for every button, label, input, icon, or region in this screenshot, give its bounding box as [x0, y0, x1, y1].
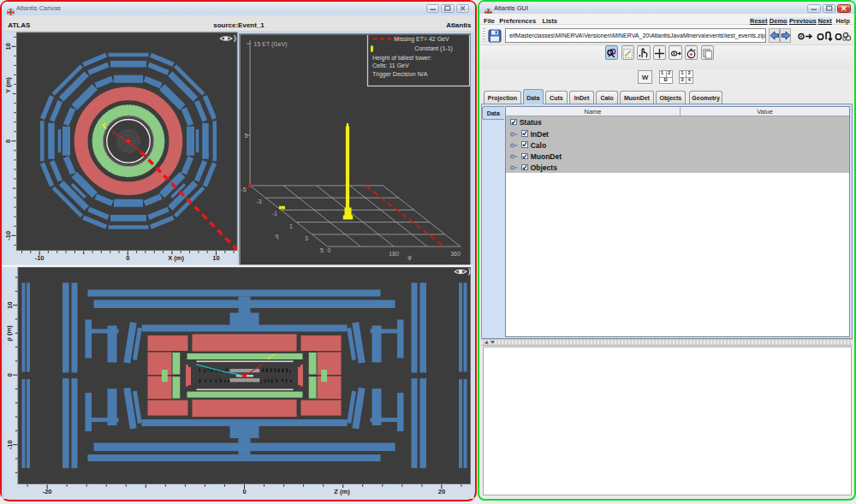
svg-text:5: 5	[320, 247, 324, 253]
svg-text:180: 180	[389, 251, 399, 257]
svg-text:0: 0	[6, 373, 14, 377]
svg-text:Trigger Decision N/A: Trigger Decision N/A	[372, 71, 428, 78]
svg-text:20: 20	[438, 488, 445, 495]
svg-text:Constant (1-1): Constant (1-1)	[414, 45, 453, 52]
svg-text:0: 0	[328, 247, 331, 253]
svg-text:10: 10	[212, 254, 219, 262]
svg-text:Z (m): Z (m)	[334, 488, 350, 495]
svg-text:0: 0	[126, 254, 129, 262]
svg-text:0: 0	[242, 488, 246, 495]
svg-text:0: 0	[4, 139, 12, 143]
svg-text:Y (m): Y (m)	[4, 77, 12, 93]
svg-text:-20: -20	[43, 488, 52, 495]
svg-text:φ: φ	[407, 254, 412, 261]
svg-text:360: 360	[450, 251, 461, 257]
svg-text:-10: -10	[6, 440, 14, 449]
svg-text:3: 3	[305, 235, 308, 241]
svg-text:5: 5	[245, 133, 248, 139]
svg-text:-5: -5	[241, 187, 246, 193]
svg-text:η: η	[276, 233, 279, 240]
svg-text:-10: -10	[35, 254, 45, 262]
svg-text:Height of tallest tower:: Height of tallest tower:	[372, 55, 431, 62]
svg-text:10: 10	[4, 43, 12, 50]
svg-text:-10: -10	[4, 231, 12, 240]
svg-text:-1: -1	[272, 210, 277, 216]
svg-text:-3: -3	[256, 199, 261, 205]
svg-text:1: 1	[289, 223, 293, 229]
svg-text:15 ET (GeV): 15 ET (GeV)	[254, 41, 288, 48]
svg-text:X (m): X (m)	[168, 254, 184, 262]
svg-text:Missing ET= 42 GeV: Missing ET= 42 GeV	[394, 36, 449, 43]
svg-text:ρ (m): ρ (m)	[5, 325, 13, 341]
svg-text:Cells: 11 GeV: Cells: 11 GeV	[372, 62, 409, 68]
svg-text:10: 10	[6, 302, 14, 309]
